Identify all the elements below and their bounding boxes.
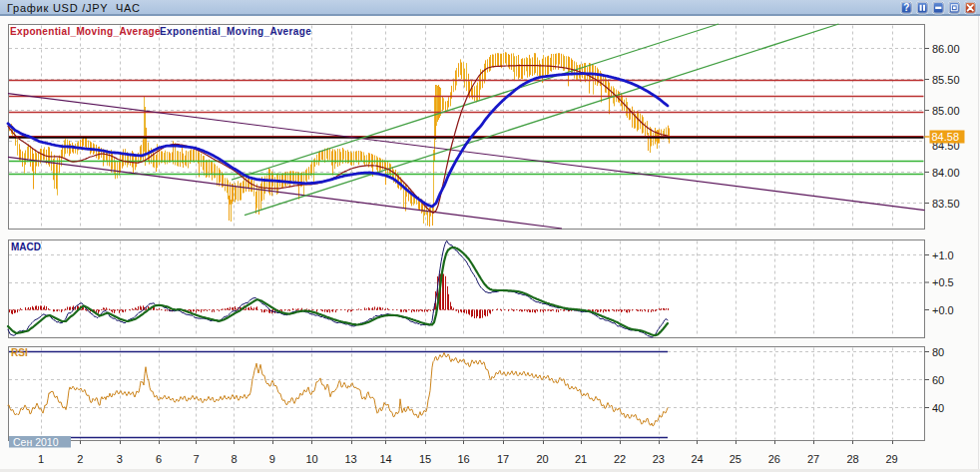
svg-text:25: 25 — [730, 453, 741, 465]
svg-text:14: 14 — [379, 453, 391, 465]
svg-text:8: 8 — [231, 453, 237, 465]
svg-text:29: 29 — [885, 453, 897, 465]
svg-text:16: 16 — [457, 453, 469, 465]
svg-text:Exponential_Moving_Average: Exponential_Moving_Average — [160, 26, 311, 37]
svg-text:MACD: MACD — [11, 241, 41, 252]
svg-text:26: 26 — [768, 453, 780, 465]
svg-text:83.50: 83.50 — [932, 198, 960, 210]
svg-text:9: 9 — [269, 453, 275, 465]
svg-text:20: 20 — [536, 453, 548, 465]
svg-text:24: 24 — [691, 453, 703, 465]
svg-text:22: 22 — [614, 453, 626, 465]
svg-text:85.50: 85.50 — [932, 74, 960, 86]
svg-text:86.00: 86.00 — [932, 43, 960, 55]
svg-text:Сен 2010: Сен 2010 — [13, 436, 59, 448]
svg-text:Exponential_Moving_Average: Exponential_Moving_Average — [10, 26, 161, 37]
svg-text:15: 15 — [419, 453, 431, 465]
svg-text:17: 17 — [497, 453, 509, 465]
svg-text:+1.0: +1.0 — [932, 249, 954, 261]
svg-text:?: ? — [903, 2, 909, 13]
svg-text:3: 3 — [117, 453, 123, 465]
svg-text:1: 1 — [38, 453, 44, 465]
svg-text:+0.5: +0.5 — [932, 276, 954, 288]
svg-text:7: 7 — [193, 453, 199, 465]
svg-text:60: 60 — [932, 374, 944, 386]
svg-text:2: 2 — [77, 453, 83, 465]
svg-text:6: 6 — [156, 453, 162, 465]
svg-text:84.00: 84.00 — [932, 167, 960, 179]
svg-text:27: 27 — [807, 453, 819, 465]
svg-text:23: 23 — [653, 453, 665, 465]
svg-text:+0.0: +0.0 — [932, 304, 954, 316]
svg-text:RSI: RSI — [11, 347, 28, 358]
svg-text:21: 21 — [575, 453, 587, 465]
svg-text:10: 10 — [305, 453, 317, 465]
svg-text:80: 80 — [932, 346, 944, 358]
svg-text:84.58: 84.58 — [932, 131, 960, 143]
svg-text:85.00: 85.00 — [932, 105, 960, 117]
svg-text:40: 40 — [932, 402, 944, 414]
svg-text:28: 28 — [846, 453, 858, 465]
svg-text:13: 13 — [344, 453, 356, 465]
